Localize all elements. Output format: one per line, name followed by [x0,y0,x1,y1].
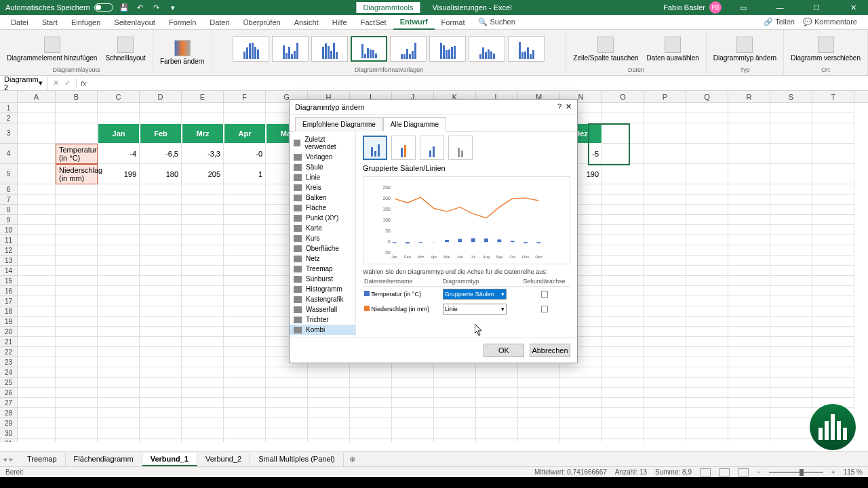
cell-B3[interactable] [56,123,98,144]
cell-C4[interactable]: -4 [98,144,140,164]
cell-R3[interactable] [728,123,770,144]
cell-B5[interactable]: Niederschlag (in mm) [56,164,98,184]
cell-B21[interactable] [56,337,98,347]
cell-A14[interactable] [18,266,56,276]
subtype-clustered-col-line[interactable] [363,136,387,160]
cell-N31[interactable] [560,439,602,442]
col-header-R[interactable]: R [728,91,770,102]
cell-M26[interactable] [518,388,560,398]
cell-O26[interactable] [602,388,644,398]
close-icon[interactable]: ✕ [838,0,868,15]
tab-factset[interactable]: FactSet [354,16,393,29]
switch-row-col-button[interactable]: Zeile/Spalte tauschen [570,35,641,63]
cell-E17[interactable] [182,296,224,306]
chart-type-histogramm[interactable]: Histogramm [290,284,355,294]
cell-D30[interactable] [140,428,182,439]
subtype-custom[interactable] [448,136,473,160]
cell-B8[interactable] [56,205,98,215]
row-header-26[interactable]: 26 [0,388,18,398]
cell-R1[interactable] [728,103,770,113]
cell-F9[interactable] [224,215,266,225]
chart-type-karte[interactable]: Karte [290,223,355,233]
cell-Q20[interactable] [686,327,728,337]
cell-T16[interactable] [812,286,854,296]
cancel-button[interactable]: Abbrechen [530,344,570,357]
tab-recommended[interactable]: Empfohlene Diagramme [295,117,383,131]
cell-T2[interactable] [812,113,854,123]
cell-C14[interactable] [98,266,140,276]
cell-K29[interactable] [434,418,476,428]
cell-N28[interactable] [560,408,602,418]
cell-R26[interactable] [728,388,770,398]
cell-R2[interactable] [728,113,770,123]
cell-R31[interactable] [728,439,770,442]
change-colors-button[interactable]: Farben ändern [157,39,208,66]
cell-F30[interactable] [224,428,266,439]
zoom-slider[interactable] [769,472,823,473]
row-header-8[interactable]: 8 [0,205,18,215]
cell-E11[interactable] [182,235,224,245]
cell-D27[interactable] [140,398,182,408]
cell-S24[interactable] [770,367,812,378]
cell-Q3[interactable] [686,123,728,144]
cell-R6[interactable] [728,184,770,195]
cell-Q1[interactable] [686,103,728,113]
subtype-2[interactable] [391,136,416,160]
cell-A9[interactable] [18,215,56,225]
cell-S7[interactable] [770,195,812,205]
cell-O3[interactable] [602,123,644,144]
chart-style-7[interactable] [469,36,505,62]
col-header-C[interactable]: C [98,91,140,102]
cell-S30[interactable] [770,428,812,439]
cell-O1[interactable] [602,103,644,113]
cell-L25[interactable] [476,378,518,388]
col-header-S[interactable]: S [770,91,812,102]
cell-P11[interactable] [644,235,686,245]
cell-C11[interactable] [98,235,140,245]
cell-C2[interactable] [98,113,140,123]
cell-F25[interactable] [224,378,266,388]
undo-icon[interactable]: ↶ [135,2,146,13]
cell-R23[interactable] [728,357,770,367]
col-header-B[interactable]: B [56,91,98,102]
cell-P13[interactable] [644,256,686,266]
cell-J29[interactable] [392,418,434,428]
cell-B25[interactable] [56,378,98,388]
cell-E14[interactable] [182,266,224,276]
cell-D15[interactable] [140,276,182,286]
cell-A28[interactable] [18,408,56,418]
cell-H24[interactable] [308,367,350,378]
row-header-23[interactable]: 23 [0,357,18,367]
cell-K28[interactable] [434,408,476,418]
cell-Q15[interactable] [686,276,728,286]
cell-N29[interactable] [560,418,602,428]
cell-D20[interactable] [140,327,182,337]
cell-O16[interactable] [602,286,644,296]
cell-S27[interactable] [770,398,812,408]
cell-P20[interactable] [644,327,686,337]
cell-L31[interactable] [476,439,518,442]
cell-K26[interactable] [434,388,476,398]
cell-B23[interactable] [56,357,98,367]
view-page-break-icon[interactable] [738,468,749,476]
cell-O6[interactable] [602,184,644,195]
tab-einfügen[interactable]: Einfügen [64,16,107,29]
cell-F18[interactable] [224,306,266,317]
cell-C3[interactable]: Jan [98,123,140,144]
cell-M29[interactable] [518,418,560,428]
cell-O8[interactable] [602,205,644,215]
cell-F19[interactable] [224,317,266,327]
cell-R17[interactable] [728,296,770,306]
cell-S11[interactable] [770,235,812,245]
cell-E5[interactable]: 205 [182,164,224,184]
chart-type-punktxy[interactable]: Punkt (XY) [290,213,355,223]
cell-C23[interactable] [98,357,140,367]
cell-A24[interactable] [18,367,56,378]
cell-O22[interactable] [602,347,644,357]
cell-S18[interactable] [770,306,812,317]
cell-P22[interactable] [644,347,686,357]
cell-Q11[interactable] [686,235,728,245]
cell-O13[interactable] [602,256,644,266]
cell-H28[interactable] [308,408,350,418]
sheet-nav-next-icon[interactable]: ▸ [9,455,14,464]
